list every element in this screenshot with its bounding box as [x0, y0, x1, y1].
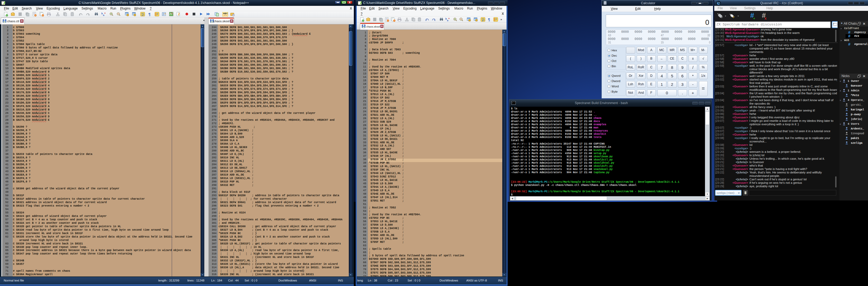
- svg-text:x: x: [765, 16, 767, 20]
- svg-text:a: a: [103, 14, 104, 17]
- svg-text:a: a: [447, 19, 448, 22]
- svg-text:#: #: [848, 34, 850, 38]
- svg-text:»: »: [500, 18, 502, 21]
- svg-text:¶: ¶: [488, 18, 490, 22]
- svg-text:ABC: ABC: [223, 12, 228, 15]
- svg-text:#: #: [848, 30, 850, 34]
- svg-text:+: +: [753, 17, 755, 20]
- svg-text:¶: ¶: [149, 12, 151, 17]
- svg-text:#: #: [848, 42, 850, 46]
